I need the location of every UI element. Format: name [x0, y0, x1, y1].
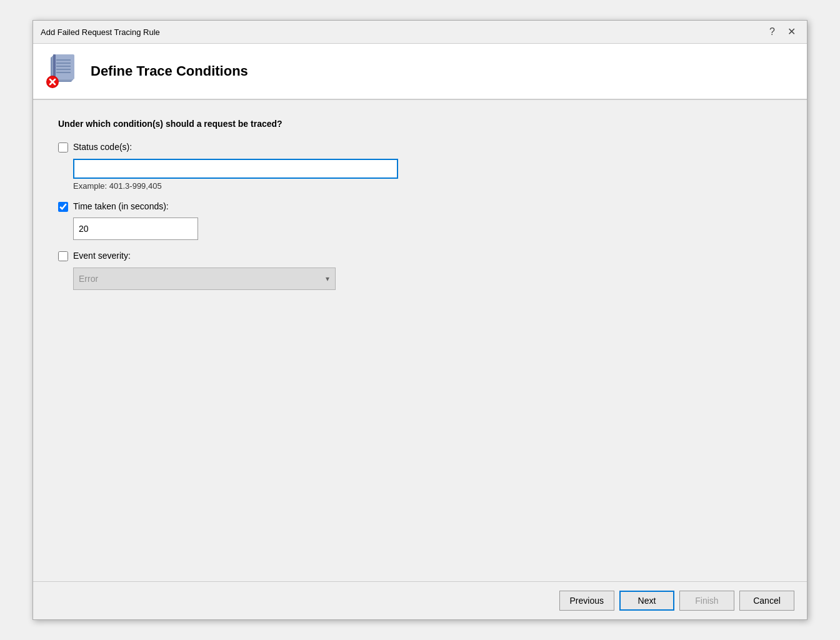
status-codes-input[interactable]	[73, 159, 398, 179]
section-question: Under which condition(s) should a reques…	[58, 119, 782, 129]
content-area: Under which condition(s) should a reques…	[33, 100, 807, 581]
event-severity-row: Event severity:	[58, 250, 782, 262]
cancel-button[interactable]: Cancel	[739, 591, 794, 611]
time-taken-input[interactable]	[73, 218, 198, 240]
footer: Previous Next Finish Cancel	[33, 581, 807, 619]
error-badge-icon	[46, 75, 59, 89]
event-severity-wrapper: Error Warning Critical Error ▾	[73, 268, 336, 290]
dialog-title: Add Failed Request Tracing Rule	[41, 28, 160, 37]
event-severity-checkbox[interactable]	[58, 251, 68, 261]
status-codes-hint: Example: 401.3-999,405	[73, 181, 782, 191]
title-bar-controls: ? ✕	[766, 26, 799, 38]
title-bar: Add Failed Request Tracing Rule ? ✕	[33, 21, 807, 44]
event-severity-input-group: Error Warning Critical Error ▾	[73, 268, 782, 290]
page-title: Define Trace Conditions	[91, 63, 248, 79]
status-codes-checkbox[interactable]	[58, 142, 68, 152]
header-section: Define Trace Conditions	[33, 44, 807, 100]
status-codes-row: Status code(s):	[58, 141, 782, 154]
help-button[interactable]: ?	[766, 26, 779, 38]
dialog: Add Failed Request Tracing Rule ? ✕	[32, 20, 808, 620]
previous-button[interactable]: Previous	[559, 591, 614, 611]
time-taken-checkbox[interactable]	[58, 202, 68, 212]
time-taken-input-group	[73, 218, 782, 240]
header-icon	[46, 54, 81, 89]
time-taken-row: Time taken (in seconds):	[58, 201, 782, 213]
status-codes-input-group: Example: 401.3-999,405	[73, 159, 782, 191]
event-severity-label[interactable]: Event severity:	[73, 250, 131, 262]
status-codes-label[interactable]: Status code(s):	[73, 141, 132, 154]
close-button[interactable]: ✕	[784, 26, 799, 38]
time-taken-label[interactable]: Time taken (in seconds):	[73, 201, 169, 213]
next-button[interactable]: Next	[619, 591, 674, 611]
event-severity-select[interactable]: Error Warning Critical Error	[73, 268, 336, 290]
finish-button[interactable]: Finish	[679, 591, 734, 611]
